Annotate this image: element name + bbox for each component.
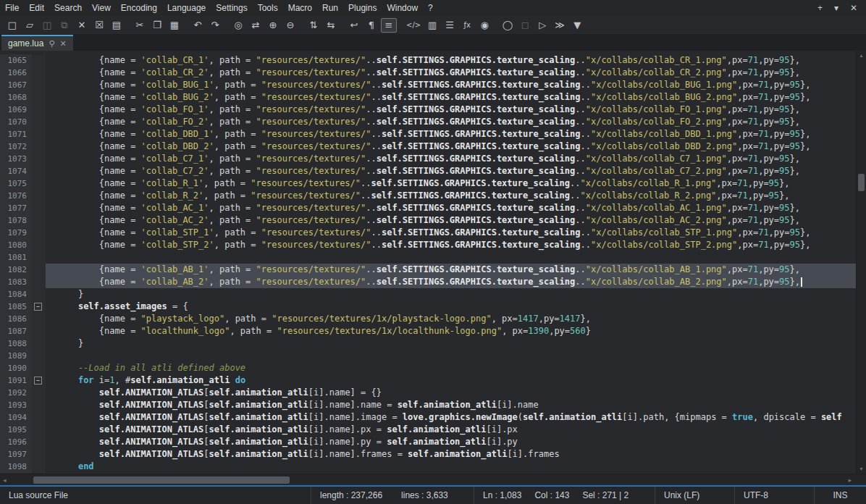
vertical-scrollbar-thumb[interactable] [858, 174, 865, 191]
zoom-in-button[interactable]: ⊕ [265, 18, 281, 33]
code-line[interactable]: 1080 {name = 'collab_STP_2', path = "res… [0, 239, 856, 251]
code-line[interactable]: 1092 self.ANIMATION_ATLAS[self.animation… [0, 387, 856, 399]
line-number[interactable]: 1080 [0, 239, 32, 251]
code-line[interactable]: 1077 {name = 'collab_AC_1', path = "reso… [0, 202, 856, 214]
save-macro-button[interactable]: ▼ [569, 18, 585, 33]
vertical-scrollbar[interactable]: ▴ ▾ [856, 51, 866, 474]
word-wrap-button[interactable]: ↩ [346, 18, 362, 33]
code-line[interactable]: 1081 [0, 251, 856, 264]
code-line[interactable]: 1089 [0, 350, 856, 362]
line-number[interactable]: 1069 [0, 104, 32, 116]
code-area[interactable]: 1065 {name = 'collab_CR_1', path = "reso… [0, 51, 856, 474]
code-line[interactable]: 1086 {name = "playstack_logo", path = "r… [0, 313, 856, 325]
menu-edit[interactable]: Edit [24, 1, 49, 15]
line-number[interactable]: 1089 [0, 350, 32, 362]
add-tab-button[interactable]: + [817, 3, 823, 13]
line-number[interactable]: 1071 [0, 128, 32, 140]
code-line[interactable]: 1070 {name = 'collab_FO_2', path = "reso… [0, 116, 856, 128]
code-line[interactable]: 1087 {name = "localthunk_logo", path = "… [0, 325, 856, 337]
find-button[interactable]: ◎ [230, 18, 246, 33]
scroll-down-icon[interactable]: ▾ [857, 466, 866, 472]
code-tags-button[interactable]: </> [404, 18, 423, 33]
menu-run[interactable]: Run [317, 1, 343, 15]
open-file-button[interactable]: ▱ [22, 18, 38, 33]
line-number[interactable]: 1076 [0, 190, 32, 202]
line-number[interactable]: 1087 [0, 325, 32, 337]
zoom-out-button[interactable]: ⊖ [282, 18, 298, 33]
pin-icon[interactable]: ⚲ [49, 39, 54, 49]
line-number[interactable]: 1077 [0, 202, 32, 214]
menu-tools[interactable]: Tools [253, 1, 283, 15]
line-number[interactable]: 1065 [0, 54, 32, 67]
line-number[interactable]: 1091 [0, 374, 32, 387]
undo-button[interactable]: ↶ [190, 18, 206, 33]
tab-game-lua[interactable]: game.lua ⚲ ✕ [1, 35, 73, 51]
code-line[interactable]: 1071 {name = 'collab_DBD_1', path = "res… [0, 128, 856, 140]
line-number[interactable]: 1078 [0, 214, 32, 227]
menu-search[interactable]: Search [49, 1, 87, 15]
line-number[interactable]: 1083 [0, 276, 32, 288]
paste-button[interactable]: ▦ [167, 18, 182, 33]
menu-macro[interactable]: Macro [283, 1, 317, 15]
scroll-right-icon[interactable]: ▸ [848, 476, 852, 484]
horizontal-scrollbar-thumb[interactable] [33, 476, 290, 484]
code-line[interactable]: 1082 {name = 'collab_AB_1', path = "reso… [0, 264, 856, 276]
horizontal-scrollbar[interactable]: ◂ ▸ [0, 474, 866, 485]
tab-close-icon[interactable]: ✕ [59, 39, 66, 49]
code-line[interactable]: 1078 {name = 'collab_AC_2', path = "reso… [0, 214, 856, 227]
menu-file[interactable]: File [0, 1, 24, 15]
code-line[interactable]: 1084 } [0, 288, 856, 301]
function-list-button[interactable]: ƒx [459, 18, 475, 33]
menu-language[interactable]: Language [162, 1, 211, 15]
line-number[interactable]: 1066 [0, 67, 32, 79]
line-number[interactable]: 1073 [0, 153, 32, 165]
line-number[interactable]: 1088 [0, 337, 32, 350]
code-line[interactable]: 1088 } [0, 337, 856, 350]
line-number[interactable]: 1079 [0, 227, 32, 239]
line-number[interactable]: 1095 [0, 424, 32, 436]
code-line[interactable]: 1076 {name = 'collab_R_2', path = "resou… [0, 190, 856, 202]
code-line[interactable]: 1090 --Load in all atli defined above [0, 362, 856, 374]
code-line[interactable]: 1072 {name = 'collab_DBD_2', path = "res… [0, 140, 856, 153]
line-number[interactable]: 1096 [0, 436, 32, 448]
code-line[interactable]: 1094 self.ANIMATION_ATLAS[self.animation… [0, 411, 856, 424]
code-line[interactable]: 1075 {name = 'collab_R_1', path = "resou… [0, 177, 856, 190]
copy-button[interactable]: ❐ [149, 18, 165, 33]
scroll-up-icon[interactable]: ▴ [857, 52, 866, 59]
code-line[interactable]: 1073 {name = 'collab_C7_1', path = "reso… [0, 153, 856, 165]
line-number[interactable]: 1074 [0, 165, 32, 177]
code-line[interactable]: 1085− self.asset_images = { [0, 301, 856, 313]
replace-button[interactable]: ⇄ [248, 18, 264, 33]
code-line[interactable]: 1074 {name = 'collab_C7_2', path = "reso… [0, 165, 856, 177]
run-macro-multiple-button[interactable]: ≫ [552, 18, 568, 33]
close-file-button[interactable]: ✕ [74, 18, 90, 33]
menu-help[interactable]: ? [423, 1, 438, 15]
document-map-button[interactable]: ▥ [424, 18, 440, 33]
status-eol-format[interactable]: Unix (LF) [655, 487, 735, 504]
code-line[interactable]: 1079 {name = 'collab_STP_1', path = "res… [0, 227, 856, 239]
line-number[interactable]: 1094 [0, 411, 32, 424]
code-line[interactable]: 1098 end [0, 461, 856, 473]
line-number[interactable]: 1068 [0, 91, 32, 104]
tab-list-dropdown-button[interactable]: ▾ [834, 3, 838, 13]
line-number[interactable]: 1093 [0, 399, 32, 411]
code-line[interactable]: 1068 {name = 'collab_BUG_2', path = "res… [0, 91, 856, 104]
menu-view[interactable]: View [87, 1, 116, 15]
code-line[interactable]: 1097 self.ANIMATION_ATLAS[self.animation… [0, 448, 856, 461]
close-all-button[interactable]: ☒ [91, 18, 107, 33]
record-macro-button[interactable]: ◯ [500, 18, 516, 33]
status-insert-mode[interactable]: INS [815, 487, 866, 504]
code-line[interactable]: 1095 self.ANIMATION_ATLAS[self.animation… [0, 424, 856, 436]
code-line[interactable]: 1093 self.ANIMATION_ATLAS[self.animation… [0, 399, 856, 411]
status-encoding[interactable]: UTF-8 [735, 487, 815, 504]
scroll-left-icon[interactable]: ◂ [3, 476, 7, 484]
line-number[interactable]: 1086 [0, 313, 32, 325]
line-number[interactable]: 1098 [0, 461, 32, 473]
show-indent-guide-button[interactable]: ≡ [381, 18, 397, 33]
menu-encoding[interactable]: Encoding [116, 1, 162, 15]
line-number[interactable]: 1092 [0, 387, 32, 399]
menu-window[interactable]: Window [382, 1, 423, 15]
print-button[interactable]: ▤ [109, 18, 125, 33]
editor[interactable]: 1065 {name = 'collab_CR_1', path = "reso… [0, 51, 866, 474]
menu-settings[interactable]: Settings [211, 1, 252, 15]
